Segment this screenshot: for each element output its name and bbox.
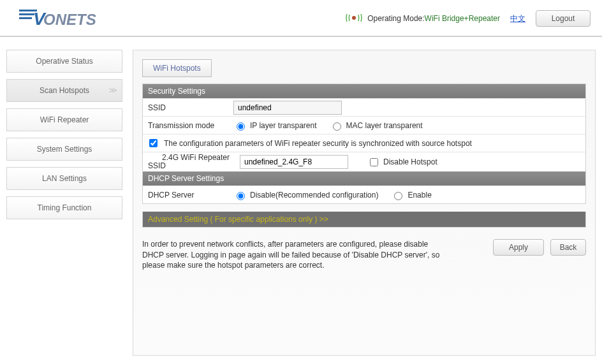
tab-wifi-hotspots[interactable]: WiFi Hotspots <box>142 59 212 77</box>
transmission-mode-label: Transmission mode <box>145 121 233 130</box>
disable-hotspot-label: Disable Hotspot <box>383 157 437 166</box>
sidebar-item-label: WiFi Repeater <box>40 115 89 124</box>
ssid-row: SSID <box>143 98 585 116</box>
operating-mode-label: Operating Mode: <box>367 14 424 23</box>
trans-mac-option[interactable]: MAC layer transparent <box>330 120 423 131</box>
sync-config-row: The configuration parameters of WiFi rep… <box>143 134 585 152</box>
dhcp-disable-option[interactable]: Disable(Recommended configuration) <box>233 190 378 200</box>
dhcp-enable-label: Enable <box>407 191 431 200</box>
dhcp-server-label: DHCP Server <box>145 191 233 200</box>
repeater-ssid-line1: 2.4G WiFi Repeater <box>162 154 230 162</box>
svg-rect-2 <box>19 17 32 19</box>
dhcp-enable-option[interactable]: Enable <box>391 190 431 200</box>
apply-button[interactable]: Apply <box>493 239 544 256</box>
sync-config-checkbox[interactable] <box>149 139 158 147</box>
sidebar-item-system-settings[interactable]: System Settings <box>6 138 122 161</box>
dhcp-disable-radio[interactable] <box>237 192 245 200</box>
trans-mac-radio[interactable] <box>333 122 341 131</box>
ssid-input[interactable] <box>233 101 342 115</box>
operating-mode: Operating Mode:WiFi Bridge+Repeater <box>367 14 500 23</box>
logo: V ONETS <box>19 6 121 31</box>
advanced-setting-link[interactable]: Advanced Setting ( For specific applicat… <box>142 212 586 228</box>
language-link[interactable]: 中文 <box>510 13 525 24</box>
dhcp-warning-note: In order to prevent network conflicts, a… <box>142 239 442 270</box>
repeater-ssid-input[interactable] <box>240 155 348 169</box>
security-settings-header: Security Settings <box>143 84 585 98</box>
dhcp-server-row: DHCP Server Disable(Recommended configur… <box>143 186 585 203</box>
sidebar-item-label: Operative Status <box>36 57 92 66</box>
svg-text:ONETS: ONETS <box>43 11 96 28</box>
disable-hotspot-checkbox[interactable] <box>370 158 378 166</box>
ssid-label: SSID <box>145 103 233 112</box>
svg-rect-1 <box>19 13 34 15</box>
sidebar-item-label: Scan Hotspots <box>40 86 89 95</box>
disable-hotspot-option[interactable]: Disable Hotspot <box>367 156 437 168</box>
dhcp-settings-header: DHCP Server Settings <box>143 171 585 186</box>
security-settings-section: Security Settings SSID Transmission mode… <box>142 84 586 204</box>
sync-config-label: The configuration parameters of WiFi rep… <box>164 139 472 148</box>
chevron-right-icon: >> <box>109 86 115 95</box>
sidebar-item-lan-settings[interactable]: LAN Settings <box>6 167 122 190</box>
sidebar-item-label: Timing Function <box>38 203 92 212</box>
repeater-ssid-row: 2.4G WiFi Repeater SSID Disable Hotspot <box>143 152 585 171</box>
back-button[interactable]: Back <box>550 239 586 256</box>
signal-icon <box>344 13 363 25</box>
sidebar-item-label: LAN Settings <box>42 174 87 183</box>
sidebar-item-timing-function[interactable]: Timing Function <box>6 196 122 219</box>
sidebar-item-label: System Settings <box>37 145 92 154</box>
dhcp-disable-label: Disable(Recommended configuration) <box>250 191 378 200</box>
trans-mac-label: MAC layer transparent <box>346 121 423 130</box>
header: V ONETS Operating Mode:WiFi Bridge+Repea… <box>0 0 602 37</box>
tab-row: WiFi Hotspots <box>142 59 586 77</box>
sidebar-item-wifi-repeater[interactable]: WiFi Repeater <box>6 108 122 131</box>
transmission-mode-row: Transmission mode IP layer transparent M… <box>143 116 585 134</box>
trans-ip-radio[interactable] <box>237 122 245 131</box>
trans-ip-option[interactable]: IP layer transparent <box>233 120 317 131</box>
sidebar-item-scan-hotspots[interactable]: Scan Hotspots >> <box>6 79 122 102</box>
repeater-ssid-line2: SSID <box>148 162 166 170</box>
content-panel: WiFi Hotspots Security Settings SSID Tra… <box>133 50 596 356</box>
logout-button[interactable]: Logout <box>536 10 591 27</box>
sidebar: Operative Status Scan Hotspots >> WiFi R… <box>6 50 122 356</box>
svg-point-5 <box>352 16 356 20</box>
dhcp-enable-radio[interactable] <box>394 192 402 200</box>
operating-mode-value: WiFi Bridge+Repeater <box>425 14 500 23</box>
trans-ip-label: IP layer transparent <box>250 121 317 130</box>
repeater-ssid-label: 2.4G WiFi Repeater SSID <box>145 154 233 170</box>
sidebar-item-operative-status[interactable]: Operative Status <box>6 50 122 73</box>
